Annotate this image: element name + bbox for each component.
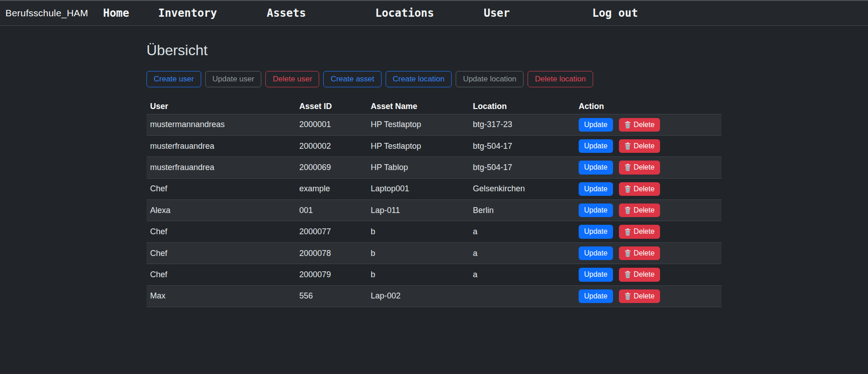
- trash-icon: [624, 207, 631, 214]
- cell-action: UpdateDelete: [575, 114, 722, 135]
- cell-asset-name: HP Testlaptop: [367, 135, 469, 156]
- trash-icon: [624, 142, 631, 150]
- create-asset-button[interactable]: Create asset: [323, 71, 381, 87]
- update-button[interactable]: Update: [579, 289, 613, 303]
- cell-action: UpdateDelete: [575, 221, 722, 242]
- delete-button[interactable]: Delete: [619, 225, 660, 238]
- cell-asset-name: b: [367, 264, 469, 285]
- table-row: Max556Lap-002UpdateDelete: [146, 285, 722, 307]
- trash-icon: [624, 271, 631, 278]
- cell-action: UpdateDelete: [575, 200, 722, 221]
- update-location-button[interactable]: Update location: [456, 71, 524, 87]
- create-user-button[interactable]: Create user: [146, 71, 201, 87]
- cell-asset-id: example: [296, 178, 367, 199]
- column-header-location: Location: [469, 99, 575, 114]
- cell-location: btg-504-17: [469, 157, 575, 178]
- cell-asset-name: b: [367, 221, 469, 242]
- nav-item-assets[interactable]: Assets: [267, 7, 375, 19]
- navbar: Berufsschule_HAM HomeInventoryAssetsLoca…: [0, 0, 868, 26]
- table-row: ChefexampleLaptop001GelsenkirchenUpdateD…: [146, 178, 722, 199]
- cell-asset-name: Lap-011: [367, 200, 469, 221]
- table-row: Chef2000079baUpdateDelete: [146, 264, 722, 285]
- update-button[interactable]: Update: [579, 246, 613, 260]
- nav-item-user[interactable]: User: [484, 7, 592, 19]
- navbar-brand[interactable]: Berufsschule_HAM: [5, 8, 88, 19]
- nav-item-locations[interactable]: Locations: [375, 7, 484, 19]
- cell-asset-id: 2000069: [296, 157, 367, 178]
- delete-button[interactable]: Delete: [619, 182, 660, 196]
- delete-button[interactable]: Delete: [619, 268, 660, 281]
- table-row: Alexa001Lap-011BerlinUpdateDelete: [146, 200, 722, 221]
- cell-user: Chef: [146, 221, 296, 242]
- cell-asset-id: 2000079: [296, 264, 367, 285]
- nav-item-log-out[interactable]: Log out: [592, 7, 701, 19]
- cell-location: Berlin: [469, 200, 575, 221]
- cell-action: UpdateDelete: [575, 135, 722, 156]
- create-location-button[interactable]: Create location: [386, 71, 452, 87]
- cell-asset-id: 2000002: [296, 135, 367, 156]
- delete-button-label: Delete: [634, 141, 655, 151]
- update-button[interactable]: Update: [579, 225, 613, 238]
- cell-user: mustermannandreas: [146, 114, 296, 135]
- cell-asset-name: b: [367, 242, 469, 264]
- table-body: mustermannandreas2000001HP Testlaptopbtg…: [146, 114, 722, 307]
- update-button[interactable]: Update: [579, 161, 613, 174]
- update-button[interactable]: Update: [579, 182, 613, 196]
- table-row: Chef2000077baUpdateDelete: [146, 221, 722, 242]
- cell-user: musterfrauandrea: [146, 135, 296, 156]
- trash-icon: [624, 164, 631, 171]
- toolbar: Create userUpdate userDelete userCreate …: [146, 71, 722, 87]
- delete-location-button[interactable]: Delete location: [528, 71, 593, 87]
- cell-asset-id: 001: [296, 200, 367, 221]
- cell-asset-name: Laptop001: [367, 178, 469, 199]
- update-button[interactable]: Update: [579, 118, 613, 132]
- delete-button[interactable]: Delete: [619, 246, 660, 260]
- header-row: UserAsset IDAsset NameLocationAction: [146, 99, 722, 114]
- cell-user: Chef: [146, 264, 296, 285]
- update-button[interactable]: Update: [579, 139, 613, 153]
- delete-button[interactable]: Delete: [619, 139, 660, 153]
- nav-item-inventory[interactable]: Inventory: [158, 7, 267, 19]
- cell-asset-id: 2000078: [296, 242, 367, 264]
- cell-location: a: [469, 221, 575, 242]
- cell-action: UpdateDelete: [575, 178, 722, 199]
- cell-asset-id: 2000077: [296, 221, 367, 242]
- cell-location: btg-317-23: [469, 114, 575, 135]
- cell-asset-name: HP Testlaptop: [367, 114, 469, 135]
- delete-button-label: Delete: [634, 291, 655, 301]
- cell-location: Gelsenkirchen: [469, 178, 575, 199]
- delete-button-label: Delete: [634, 205, 655, 215]
- cell-asset-id: 556: [296, 285, 367, 307]
- table-row: mustermannandreas2000001HP Testlaptopbtg…: [146, 114, 722, 135]
- column-header-asset-name: Asset Name: [367, 99, 469, 114]
- delete-button[interactable]: Delete: [619, 118, 660, 132]
- cell-asset-id: 2000001: [296, 114, 367, 135]
- cell-user: musterfrauandrea: [146, 157, 296, 178]
- trash-icon: [624, 228, 631, 236]
- cell-action: UpdateDelete: [575, 242, 722, 264]
- nav-item-home[interactable]: Home: [103, 7, 158, 19]
- page-title: Übersicht: [146, 42, 722, 59]
- trash-icon: [624, 185, 631, 193]
- asset-table: UserAsset IDAsset NameLocationAction mus…: [146, 99, 722, 308]
- delete-button[interactable]: Delete: [619, 204, 660, 217]
- delete-button-label: Delete: [634, 270, 655, 279]
- update-button[interactable]: Update: [579, 204, 613, 217]
- delete-button-label: Delete: [634, 120, 655, 130]
- cell-asset-name: HP Tablop: [367, 157, 469, 178]
- main-content: Übersicht Create userUpdate userDelete u…: [146, 42, 722, 307]
- cell-action: UpdateDelete: [575, 285, 722, 307]
- delete-user-button[interactable]: Delete user: [265, 71, 319, 87]
- table-row: musterfrauandrea2000002HP Testlaptopbtg-…: [146, 135, 722, 156]
- update-button[interactable]: Update: [579, 268, 613, 281]
- table-row: Chef2000078baUpdateDelete: [146, 242, 722, 264]
- column-header-action: Action: [575, 99, 722, 114]
- delete-button[interactable]: Delete: [619, 289, 660, 303]
- trash-icon: [624, 121, 631, 128]
- nav-items: HomeInventoryAssetsLocationsUserLog out: [103, 7, 701, 19]
- delete-button[interactable]: Delete: [619, 161, 660, 174]
- cell-location: btg-504-17: [469, 135, 575, 156]
- trash-icon: [624, 250, 631, 257]
- update-user-button[interactable]: Update user: [205, 71, 262, 87]
- cell-asset-name: Lap-002: [367, 285, 469, 307]
